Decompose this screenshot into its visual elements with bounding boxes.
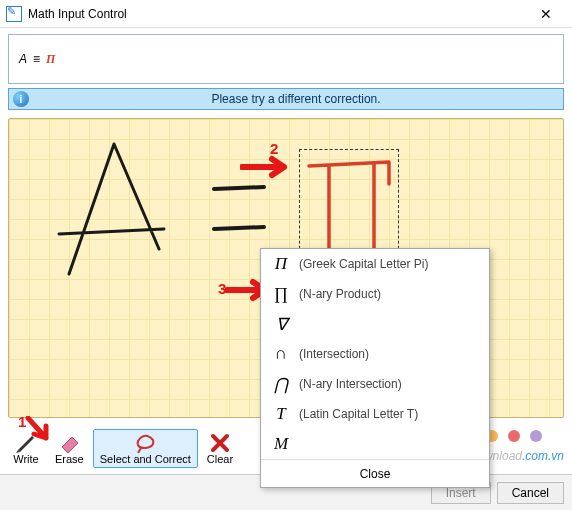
clear-button[interactable]: Clear xyxy=(200,429,240,468)
math-preview: A ≡ Π xyxy=(8,34,564,84)
lasso-icon xyxy=(132,432,158,454)
info-icon: i xyxy=(13,91,29,107)
eraser-icon xyxy=(56,432,82,454)
menu-item-intersection[interactable]: ∩ (Intersection) xyxy=(261,339,489,369)
menu-close[interactable]: Close xyxy=(261,459,489,487)
selection-box[interactable] xyxy=(299,149,399,259)
window-title: Math Input Control xyxy=(28,7,526,21)
title-bar: Math Input Control ✕ xyxy=(0,0,572,28)
callout-1: 1 xyxy=(18,413,26,430)
pen-icon xyxy=(13,432,39,454)
message-text: Please try a different correction. xyxy=(29,92,563,106)
close-icon[interactable]: ✕ xyxy=(526,6,566,22)
menu-sym: ∇ xyxy=(269,314,293,335)
ink-stroke-eq xyxy=(209,179,279,249)
menu-item-t[interactable]: T (Latin Capital Letter T) xyxy=(261,399,489,429)
correction-menu: Π (Greek Capital Letter Pi) ∏ (N-ary Pro… xyxy=(260,248,490,488)
select-correct-button[interactable]: Select and Correct xyxy=(93,429,198,468)
tool-toolbar: Write Erase Select and Correct Clear xyxy=(6,429,240,468)
menu-item-m[interactable]: M xyxy=(261,429,489,459)
message-bar: i Please try a different correction. xyxy=(8,88,564,110)
tool-label: Erase xyxy=(55,453,84,465)
erase-button[interactable]: Erase xyxy=(48,429,91,468)
arrow-icon xyxy=(240,155,295,179)
menu-item-pi[interactable]: Π (Greek Capital Letter Pi) xyxy=(261,249,489,279)
menu-label: (Greek Capital Letter Pi) xyxy=(299,257,428,271)
dot-icon xyxy=(508,430,520,442)
callout-2: 2 xyxy=(270,140,278,157)
preview-equiv: ≡ xyxy=(33,52,40,66)
menu-sym: ∩ xyxy=(269,344,293,364)
callout-3: 3 xyxy=(218,280,226,297)
menu-label: (N-ary Product) xyxy=(299,287,381,301)
menu-close-label: Close xyxy=(360,467,391,481)
clear-icon xyxy=(207,432,233,454)
tool-label: Select and Correct xyxy=(100,453,191,465)
menu-item-nary-intersection[interactable]: ⋂ (N-ary Intersection) xyxy=(261,369,489,399)
preview-pi: Π xyxy=(46,52,55,67)
menu-sym: T xyxy=(269,404,293,424)
dot-icon xyxy=(530,430,542,442)
menu-label: (Intersection) xyxy=(299,347,369,361)
tool-label: Clear xyxy=(207,453,233,465)
menu-label: (N-ary Intersection) xyxy=(299,377,402,391)
menu-item-nabla[interactable]: ∇ xyxy=(261,309,489,339)
app-icon xyxy=(6,6,22,22)
preview-a: A xyxy=(19,52,27,66)
watermark-suffix: .com.vn xyxy=(522,449,564,463)
menu-sym: ∏ xyxy=(269,284,293,304)
menu-sym: ⋂ xyxy=(269,374,293,395)
write-button[interactable]: Write xyxy=(6,429,46,468)
menu-item-nary-product[interactable]: ∏ (N-ary Product) xyxy=(261,279,489,309)
menu-label: (Latin Capital Letter T) xyxy=(299,407,418,421)
menu-sym: M xyxy=(269,434,293,454)
menu-sym: Π xyxy=(269,254,293,274)
tool-label: Write xyxy=(13,453,38,465)
ink-stroke-a xyxy=(49,134,189,284)
cancel-button[interactable]: Cancel xyxy=(497,482,564,504)
